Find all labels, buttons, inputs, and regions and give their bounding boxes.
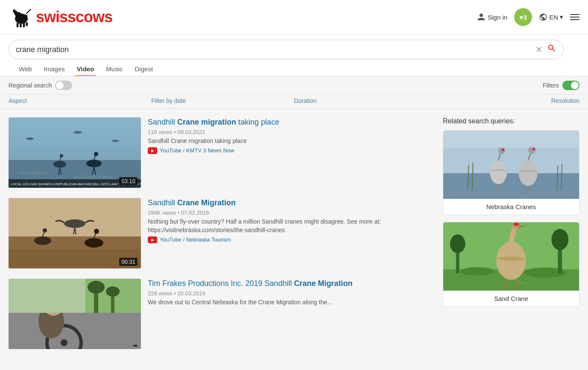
- nav-tabs: Web Images Video Music Digest: [9, 59, 579, 76]
- video-duration: 03:10: [119, 177, 137, 185]
- svg-point-52: [490, 160, 507, 184]
- svg-point-49: [106, 286, 120, 297]
- duration-filter[interactable]: Duration: [294, 97, 437, 104]
- video-title-start: Sandhill: [148, 198, 177, 207]
- svg-point-40: [61, 339, 67, 346]
- tab-video[interactable]: Video: [75, 63, 96, 76]
- video-views: 116 views: [148, 129, 173, 135]
- video-item: Tim Frakes Productions Inc. 2019 Sandhil…: [9, 279, 434, 349]
- video-title[interactable]: Sandhill Crane migration taking place: [148, 117, 434, 127]
- clear-search-icon[interactable]: ✕: [535, 44, 543, 55]
- svg-rect-68: [443, 131, 579, 148]
- lang-arrow: ▾: [560, 13, 563, 21]
- related-card[interactable]: Nebraska Cranes: [443, 130, 579, 215]
- filters-right: Filters: [543, 81, 579, 90]
- svg-point-33: [64, 219, 85, 228]
- logo-cow-icon: [9, 4, 34, 30]
- video-title-bold: Crane migration: [177, 118, 236, 126]
- svg-point-11: [17, 171, 51, 175]
- related-card-label: Nebraska Cranes: [443, 199, 579, 215]
- sign-in-label: Sign in: [488, 14, 507, 21]
- video-source: ▶ YouTube / Nebraska Tourism: [148, 236, 434, 243]
- video-duration: 00:31: [119, 258, 137, 266]
- video-meta: 228 views • 20.03.2019: [148, 290, 434, 297]
- video-info: Sandhill Crane migration taking place 11…: [148, 117, 434, 188]
- video-info: Tim Frakes Productions Inc. 2019 Sandhil…: [148, 279, 434, 349]
- header: swisscows Sign in ♥ 3 EN ▾: [0, 0, 588, 35]
- logo-text: swisscows: [36, 9, 112, 25]
- video-source-text: YouTube / Nebraska Tourism: [160, 236, 231, 243]
- header-right: Sign in ♥ 3 EN ▾: [477, 8, 579, 26]
- svg-point-12: [73, 175, 115, 179]
- video-channel: Nebraska Tourism: [186, 236, 231, 243]
- svg-rect-4: [20, 23, 22, 27]
- tab-web[interactable]: Web: [17, 63, 34, 76]
- svg-point-30: [85, 238, 103, 248]
- video-title[interactable]: Sandhill Crane Migration: [148, 198, 434, 208]
- video-meta: 299K views • 07.02.2019: [148, 210, 434, 216]
- video-date: 09.03.2021: [178, 129, 205, 135]
- search-bar-container: ✕ Web Images Video Music Digest: [0, 35, 588, 76]
- related-card-thumbnail: [443, 131, 579, 199]
- main-content: LOCAL LDS HAS SIGNED A REPUBLICAN-BACKED…: [0, 109, 588, 358]
- aspect-filter[interactable]: Aspect: [9, 97, 151, 104]
- svg-point-20: [94, 152, 98, 156]
- video-title[interactable]: Tim Frakes Productions Inc. 2019 Sandhil…: [148, 279, 434, 288]
- sign-in-button[interactable]: Sign in: [477, 13, 507, 21]
- video-results: LOCAL LDS HAS SIGNED A REPUBLICAN-BACKED…: [9, 117, 434, 349]
- video-title-start: Tim Frakes Productions Inc. 2019 Sandhil…: [148, 279, 294, 288]
- search-icon: [547, 44, 556, 53]
- svg-rect-6: [26, 22, 28, 26]
- svg-rect-51: [443, 173, 579, 199]
- svg-point-79: [450, 234, 465, 253]
- svg-point-81: [551, 229, 568, 250]
- related-card-label: Sand Crane: [443, 291, 579, 306]
- heart-count: 3: [523, 14, 527, 21]
- heart-badge[interactable]: ♥ 3: [514, 8, 532, 26]
- svg-point-75: [513, 223, 519, 226]
- video-description: Sandhill Crane migration taking place: [148, 137, 434, 146]
- video-date: 20.03.2019: [178, 290, 205, 297]
- tab-images[interactable]: Images: [42, 63, 67, 76]
- svg-rect-3: [17, 23, 19, 28]
- regional-search-toggle[interactable]: [55, 81, 72, 90]
- svg-point-29: [43, 228, 47, 233]
- video-duration: [133, 345, 137, 347]
- filter-options-row: Aspect Filter by date Duration Resolutio…: [0, 95, 588, 109]
- svg-point-55: [502, 149, 504, 151]
- video-thumbnail[interactable]: 00:31: [9, 198, 141, 268]
- video-channel: KMTV 3 News Now: [186, 147, 234, 154]
- regional-search-label: Regional search: [9, 82, 52, 89]
- svg-point-61: [532, 148, 535, 150]
- sidebar: Related search queries:: [443, 117, 579, 349]
- related-title: Related search queries:: [443, 117, 579, 125]
- filters-toggle[interactable]: [562, 81, 579, 90]
- video-item: LOCAL LDS HAS SIGNED A REPUBLICAN-BACKED…: [9, 117, 434, 188]
- svg-point-15: [60, 154, 63, 157]
- hamburger-menu-icon[interactable]: [570, 14, 579, 20]
- filter-by-date[interactable]: Filter by date: [151, 97, 294, 104]
- svg-rect-5: [23, 23, 25, 28]
- tab-digest[interactable]: Digest: [133, 63, 155, 76]
- video-description: We drove out to Central Nebraska for the…: [148, 298, 434, 307]
- video-date: 07.02.2019: [181, 210, 209, 216]
- svg-point-58: [519, 160, 538, 186]
- video-thumbnail[interactable]: [9, 279, 141, 349]
- video-title-end: taking place: [236, 118, 279, 126]
- video-item: 00:31 Sandhill Crane Migration 299K view…: [9, 198, 434, 268]
- logo-area: swisscows: [9, 4, 112, 30]
- video-thumbnail[interactable]: LOCAL LDS HAS SIGNED A REPUBLICAN-BACKED…: [9, 117, 141, 188]
- tab-music[interactable]: Music: [104, 63, 124, 76]
- lang-selector[interactable]: EN ▾: [539, 13, 563, 21]
- related-card-thumbnail: [443, 222, 579, 291]
- svg-rect-45: [9, 279, 85, 313]
- regional-search: Regional search: [9, 81, 72, 90]
- svg-point-54: [498, 147, 505, 154]
- related-card[interactable]: Sand Crane: [443, 222, 579, 307]
- filters-label: Filters: [543, 82, 559, 89]
- video-source: ▶ YouTube / KMTV 3 News Now: [148, 147, 434, 154]
- search-input[interactable]: [16, 45, 535, 54]
- search-button[interactable]: [547, 44, 556, 55]
- video-title-bold: Crane Migration: [177, 198, 236, 207]
- resolution-filter[interactable]: Resolution: [437, 97, 579, 104]
